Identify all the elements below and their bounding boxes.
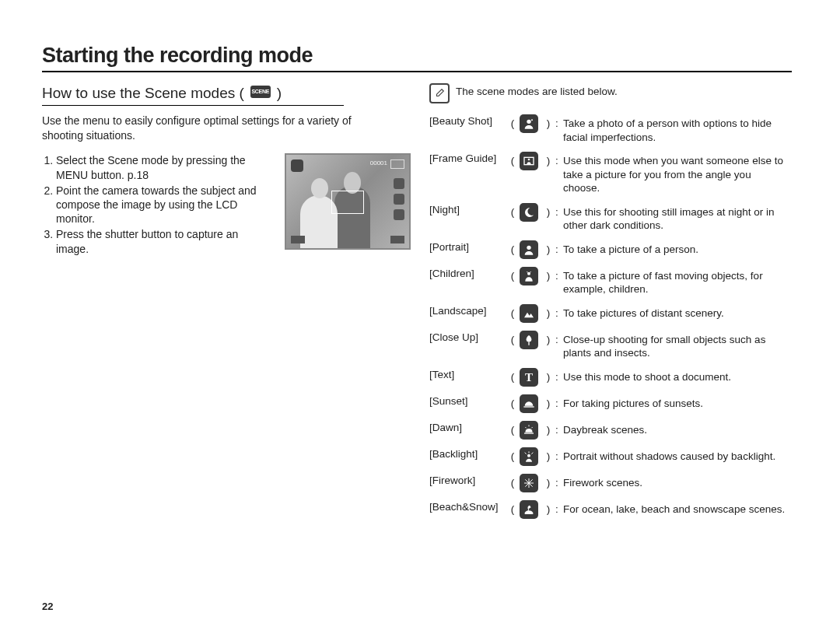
two-column-layout: How to use the Scene modes ( SCENE ) Use… [42,83,792,519]
landscape-icon [520,304,538,323]
step-3: Press the shutter button to capture an i… [56,227,274,255]
colon: : [555,114,562,131]
scene-name: [Beauty Shot] [429,114,506,128]
subheading-divider [42,105,344,106]
backlight-icon [520,447,538,466]
open-paren: ( [507,331,518,347]
lcd-focus-frame [331,191,364,214]
firework-icon [520,474,538,492]
children-icon [520,267,538,285]
right-column: The scene modes are listed below. [Beaut… [429,83,792,519]
close-paren: ) [543,114,554,131]
lcd-side-icon [394,194,404,205]
svg-point-3 [528,159,530,161]
scene-name: [Landscape] [429,304,506,318]
scene-modes-table: [Beauty Shot]():Take a photo of a person… [429,114,792,519]
scene-name: [Sunset] [429,394,506,408]
lcd-bottom-left-icon [291,236,305,243]
scene-name: [Backlight] [429,447,506,461]
colon: : [555,331,562,347]
intro-text: Use the menu to easily configure optimal… [42,114,384,143]
scene-description: Close-up shooting for small objects such… [563,331,789,360]
svg-point-8 [527,454,530,457]
manual-page: Starting the recording mode How to use t… [0,0,840,634]
colon: : [555,152,562,168]
svg-rect-7 [524,433,534,433]
scene-name: [Dawn] [429,421,506,435]
scene-description: Portrait without shadows caused by backl… [563,447,789,464]
subheading-prefix: How to use the Scene modes ( [42,83,244,103]
close-paren: ) [543,203,554,219]
open-paren: ( [507,500,518,517]
close-paren: ) [543,394,554,411]
lcd-mode-icon [291,159,303,172]
open-paren: ( [507,240,518,257]
svg-rect-6 [523,406,534,407]
left-column: How to use the Scene modes ( SCENE ) Use… [42,83,411,519]
close-paren: ) [543,447,554,464]
close-paren: ) [543,304,554,321]
beach-icon [520,500,538,519]
scene-name: [Close Up] [429,331,506,345]
open-paren: ( [507,203,518,219]
close-paren: ) [543,152,554,168]
colon: : [555,240,562,257]
close-paren: ) [543,331,554,347]
night-icon [520,203,538,222]
scene-description: To take pictures of distant scenery. [563,304,789,321]
text-icon: T [520,368,538,387]
lcd-side-icon [394,178,404,189]
scene-description: To take a picture of a person. [563,240,789,257]
open-paren: ( [507,474,518,490]
svg-point-1 [531,119,533,121]
scene-description: For ocean, lake, beach and snowscape sce… [563,500,789,517]
scene-description: Use this mode when you want someone else… [563,152,789,195]
scene-mode-icon: SCENE [250,86,271,98]
scene-name: [Text] [429,368,506,382]
svg-point-4 [527,245,530,249]
scene-description: Take a photo of a person with options to… [563,114,789,144]
lcd-side-icons [394,178,404,220]
scene-description: Use this mode to shoot a document. [563,368,789,384]
scene-name: [Beach&Snow] [429,500,506,514]
colon: : [555,421,562,437]
colon: : [555,203,562,219]
portrait-icon [520,240,538,259]
svg-point-0 [527,120,530,124]
colon: : [555,304,562,321]
frame-icon [520,152,538,170]
dawn-icon [520,421,538,440]
subheading-row: How to use the Scene modes ( SCENE ) [42,83,411,103]
open-paren: ( [507,267,518,283]
scene-name: [Firework] [429,474,506,488]
lcd-preview-image: 00001 [285,153,411,250]
colon: : [555,394,562,411]
close-paren: ) [543,474,554,490]
close-paren: ) [543,421,554,437]
note-icon [429,83,450,103]
note-text: The scene modes are listed below. [456,83,618,99]
scene-name: [Night] [429,203,506,217]
open-paren: ( [507,421,518,437]
close-paren: ) [543,240,554,257]
scene-name: [Frame Guide] [429,152,506,166]
lcd-bottom-right-icon [390,236,404,243]
open-paren: ( [507,304,518,321]
note-row: The scene modes are listed below. [429,83,792,103]
scene-description: Firework scenes. [563,474,789,490]
lcd-face-1 [311,178,328,198]
close-paren: ) [543,267,554,283]
beauty-icon [520,114,538,133]
scene-description: For taking pictures of sunsets. [563,394,789,411]
close-paren: ) [543,500,554,517]
close-paren: ) [543,368,554,384]
scene-description: Daybreak scenes. [563,421,789,437]
scene-name: [Children] [429,267,506,281]
steps-list: Select the Scene mode by pressing the ME… [42,153,274,257]
title-divider [42,71,792,72]
closeup-icon [520,331,538,349]
lcd-side-icon [394,209,404,220]
page-number: 22 [42,601,53,612]
subheading-suffix: ) [277,83,282,103]
step-2: Point the camera towards the subject and… [56,184,274,226]
